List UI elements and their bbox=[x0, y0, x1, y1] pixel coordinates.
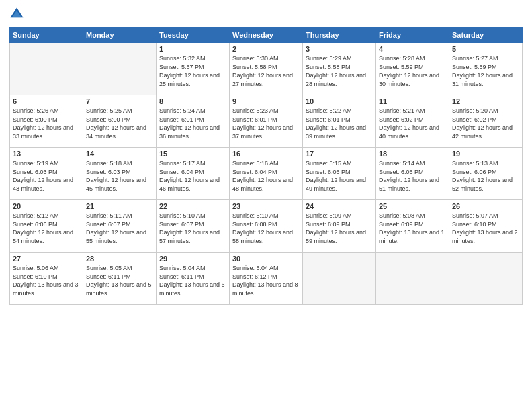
day-cell: 21Sunrise: 5:11 AMSunset: 6:07 PMDayligh… bbox=[83, 200, 157, 253]
day-number: 11 bbox=[379, 97, 446, 105]
day-cell: 18Sunrise: 5:14 AMSunset: 6:05 PMDayligh… bbox=[376, 148, 449, 200]
day-info: Sunrise: 5:26 AMSunset: 6:00 PMDaylight:… bbox=[13, 107, 80, 140]
day-number: 26 bbox=[452, 202, 519, 210]
week-row-1: 6Sunrise: 5:26 AMSunset: 6:00 PMDaylight… bbox=[10, 95, 523, 148]
header-cell-thursday: Thursday bbox=[303, 28, 376, 43]
day-cell: 29Sunrise: 5:04 AMSunset: 6:11 PMDayligh… bbox=[157, 253, 230, 305]
day-number: 7 bbox=[86, 97, 153, 105]
day-info: Sunrise: 5:24 AMSunset: 6:01 PMDaylight:… bbox=[159, 107, 226, 140]
day-info: Sunrise: 5:11 AMSunset: 6:07 PMDaylight:… bbox=[86, 212, 153, 245]
day-info: Sunrise: 5:04 AMSunset: 6:12 PMDaylight:… bbox=[232, 264, 300, 298]
day-info: Sunrise: 5:22 AMSunset: 6:01 PMDaylight:… bbox=[306, 107, 373, 140]
day-number: 3 bbox=[306, 45, 373, 53]
week-row-2: 13Sunrise: 5:19 AMSunset: 6:03 PMDayligh… bbox=[10, 148, 523, 200]
day-info: Sunrise: 5:30 AMSunset: 5:58 PMDaylight:… bbox=[232, 54, 300, 88]
day-cell: 8Sunrise: 5:24 AMSunset: 6:01 PMDaylight… bbox=[157, 95, 230, 148]
day-cell: 13Sunrise: 5:19 AMSunset: 6:03 PMDayligh… bbox=[10, 148, 83, 200]
day-cell: 30Sunrise: 5:04 AMSunset: 6:12 PMDayligh… bbox=[230, 253, 303, 305]
day-cell: 24Sunrise: 5:09 AMSunset: 6:09 PMDayligh… bbox=[303, 200, 376, 253]
day-number: 16 bbox=[232, 150, 300, 158]
day-number: 14 bbox=[86, 150, 153, 158]
day-cell bbox=[303, 253, 376, 305]
day-info: Sunrise: 5:09 AMSunset: 6:09 PMDaylight:… bbox=[306, 212, 373, 245]
header-row: SundayMondayTuesdayWednesdayThursdayFrid… bbox=[10, 28, 523, 43]
day-cell: 3Sunrise: 5:29 AMSunset: 5:58 PMDaylight… bbox=[303, 43, 376, 95]
day-info: Sunrise: 5:13 AMSunset: 6:06 PMDaylight:… bbox=[452, 159, 519, 193]
day-number: 5 bbox=[452, 45, 519, 53]
header-cell-tuesday: Tuesday bbox=[157, 28, 230, 43]
day-info: Sunrise: 5:18 AMSunset: 6:03 PMDaylight:… bbox=[86, 159, 153, 193]
day-info: Sunrise: 5:04 AMSunset: 6:11 PMDaylight:… bbox=[159, 264, 226, 298]
page-container: SundayMondayTuesdayWednesdayThursdayFrid… bbox=[0, 0, 532, 411]
day-number: 20 bbox=[13, 202, 80, 210]
header-cell-friday: Friday bbox=[376, 28, 449, 43]
day-cell: 7Sunrise: 5:25 AMSunset: 6:00 PMDaylight… bbox=[83, 95, 157, 148]
day-number: 24 bbox=[306, 202, 373, 210]
calendar-table: SundayMondayTuesdayWednesdayThursdayFrid… bbox=[9, 27, 523, 305]
day-number: 10 bbox=[306, 97, 373, 105]
week-row-4: 27Sunrise: 5:06 AMSunset: 6:10 PMDayligh… bbox=[10, 253, 523, 305]
day-info: Sunrise: 5:10 AMSunset: 6:07 PMDaylight:… bbox=[159, 212, 226, 245]
day-number: 15 bbox=[159, 150, 226, 158]
header bbox=[9, 7, 523, 21]
day-info: Sunrise: 5:20 AMSunset: 6:02 PMDaylight:… bbox=[452, 107, 519, 140]
day-info: Sunrise: 5:14 AMSunset: 6:05 PMDaylight:… bbox=[379, 159, 446, 193]
day-cell: 23Sunrise: 5:10 AMSunset: 6:08 PMDayligh… bbox=[230, 200, 303, 253]
day-cell: 16Sunrise: 5:16 AMSunset: 6:04 PMDayligh… bbox=[230, 148, 303, 200]
day-number: 23 bbox=[232, 202, 300, 210]
day-number: 4 bbox=[379, 45, 446, 53]
day-info: Sunrise: 5:23 AMSunset: 6:01 PMDaylight:… bbox=[232, 107, 300, 140]
week-row-3: 20Sunrise: 5:12 AMSunset: 6:06 PMDayligh… bbox=[10, 200, 523, 253]
day-cell: 12Sunrise: 5:20 AMSunset: 6:02 PMDayligh… bbox=[449, 95, 523, 148]
day-cell bbox=[376, 253, 449, 305]
day-info: Sunrise: 5:19 AMSunset: 6:03 PMDaylight:… bbox=[13, 159, 80, 193]
day-number: 28 bbox=[86, 255, 153, 263]
day-info: Sunrise: 5:27 AMSunset: 5:59 PMDaylight:… bbox=[452, 54, 519, 88]
day-info: Sunrise: 5:08 AMSunset: 6:09 PMDaylight:… bbox=[379, 212, 446, 245]
day-cell: 6Sunrise: 5:26 AMSunset: 6:00 PMDaylight… bbox=[10, 95, 83, 148]
day-cell: 15Sunrise: 5:17 AMSunset: 6:04 PMDayligh… bbox=[157, 148, 230, 200]
day-info: Sunrise: 5:07 AMSunset: 6:10 PMDaylight:… bbox=[452, 212, 519, 245]
day-number: 29 bbox=[159, 255, 226, 263]
day-number: 21 bbox=[86, 202, 153, 210]
logo-icon bbox=[9, 7, 24, 21]
day-info: Sunrise: 5:17 AMSunset: 6:04 PMDaylight:… bbox=[159, 159, 226, 193]
day-cell: 20Sunrise: 5:12 AMSunset: 6:06 PMDayligh… bbox=[10, 200, 83, 253]
week-row-0: 1Sunrise: 5:32 AMSunset: 5:57 PMDaylight… bbox=[10, 43, 523, 95]
day-info: Sunrise: 5:06 AMSunset: 6:10 PMDaylight:… bbox=[13, 264, 80, 298]
day-cell: 11Sunrise: 5:21 AMSunset: 6:02 PMDayligh… bbox=[376, 95, 449, 148]
day-number: 19 bbox=[452, 150, 519, 158]
header-cell-saturday: Saturday bbox=[449, 28, 523, 43]
day-cell: 25Sunrise: 5:08 AMSunset: 6:09 PMDayligh… bbox=[376, 200, 449, 253]
header-cell-sunday: Sunday bbox=[10, 28, 83, 43]
day-number: 25 bbox=[379, 202, 446, 210]
header-cell-wednesday: Wednesday bbox=[230, 28, 303, 43]
day-cell bbox=[10, 43, 83, 95]
day-info: Sunrise: 5:28 AMSunset: 5:59 PMDaylight:… bbox=[379, 54, 446, 88]
day-info: Sunrise: 5:16 AMSunset: 6:04 PMDaylight:… bbox=[232, 159, 300, 193]
day-number: 1 bbox=[159, 45, 226, 53]
day-cell: 14Sunrise: 5:18 AMSunset: 6:03 PMDayligh… bbox=[83, 148, 157, 200]
day-cell bbox=[83, 43, 157, 95]
day-number: 8 bbox=[159, 97, 226, 105]
day-info: Sunrise: 5:32 AMSunset: 5:57 PMDaylight:… bbox=[159, 54, 226, 88]
day-number: 12 bbox=[452, 97, 519, 105]
day-number: 30 bbox=[232, 255, 300, 263]
day-cell: 27Sunrise: 5:06 AMSunset: 6:10 PMDayligh… bbox=[10, 253, 83, 305]
day-info: Sunrise: 5:25 AMSunset: 6:00 PMDaylight:… bbox=[86, 107, 153, 140]
day-number: 18 bbox=[379, 150, 446, 158]
day-cell: 22Sunrise: 5:10 AMSunset: 6:07 PMDayligh… bbox=[157, 200, 230, 253]
day-number: 6 bbox=[13, 97, 80, 105]
day-number: 2 bbox=[232, 45, 300, 53]
day-info: Sunrise: 5:15 AMSunset: 6:05 PMDaylight:… bbox=[306, 159, 373, 193]
day-cell: 4Sunrise: 5:28 AMSunset: 5:59 PMDaylight… bbox=[376, 43, 449, 95]
day-number: 22 bbox=[159, 202, 226, 210]
day-cell: 2Sunrise: 5:30 AMSunset: 5:58 PMDaylight… bbox=[230, 43, 303, 95]
day-number: 13 bbox=[13, 150, 80, 158]
day-number: 27 bbox=[13, 255, 80, 263]
header-cell-monday: Monday bbox=[83, 28, 157, 43]
day-cell: 28Sunrise: 5:05 AMSunset: 6:11 PMDayligh… bbox=[83, 253, 157, 305]
day-cell: 19Sunrise: 5:13 AMSunset: 6:06 PMDayligh… bbox=[449, 148, 523, 200]
day-info: Sunrise: 5:05 AMSunset: 6:11 PMDaylight:… bbox=[86, 264, 153, 298]
day-cell: 5Sunrise: 5:27 AMSunset: 5:59 PMDaylight… bbox=[449, 43, 523, 95]
